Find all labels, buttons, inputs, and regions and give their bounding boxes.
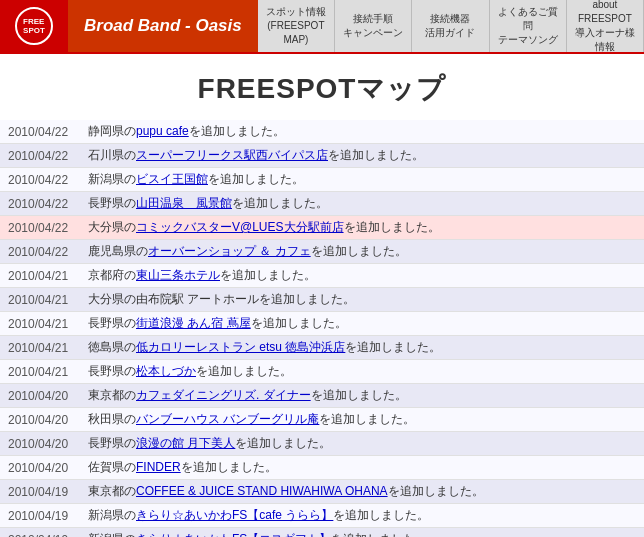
content-cell: 大分県の由布院駅 アートホールを追加しました。 <box>80 288 644 312</box>
table-row: 2010/04/19新潟県のきらり☆あいかわFS【cafe うらら】を追加しまし… <box>0 504 644 528</box>
freespot-logo: FREESPOT <box>15 7 53 45</box>
table-row: 2010/04/21大分県の由布院駅 アートホールを追加しました。 <box>0 288 644 312</box>
content-cell: 長野県の山田温泉 風景館を追加しました。 <box>80 192 644 216</box>
content-cell: 長野県の浪漫の館 月下美人を追加しました。 <box>80 432 644 456</box>
date-cell: 2010/04/20 <box>0 456 80 480</box>
updates-table: 2010/04/22静岡県のpupu cafeを追加しました。2010/04/2… <box>0 120 644 537</box>
date-cell: 2010/04/22 <box>0 120 80 144</box>
date-cell: 2010/04/20 <box>0 384 80 408</box>
nav-item-4[interactable]: about FREESPOT導入オーナ様情報 <box>567 0 644 52</box>
date-cell: 2010/04/22 <box>0 144 80 168</box>
date-cell: 2010/04/19 <box>0 504 80 528</box>
brand-title: Broad Band - Oasis <box>84 16 242 36</box>
date-cell: 2010/04/20 <box>0 408 80 432</box>
table-row: 2010/04/22静岡県のpupu cafeを追加しました。 <box>0 120 644 144</box>
date-cell: 2010/04/22 <box>0 192 80 216</box>
brand-area: Broad Band - Oasis <box>68 0 258 52</box>
spot-link[interactable]: 山田温泉 風景館 <box>136 196 232 210</box>
spot-link[interactable]: COFFEE & JUICE STAND HIWAHIWA OHANA <box>136 484 388 498</box>
table-row: 2010/04/21長野県の街道浪漫 あん宿 蔦屋を追加しました。 <box>0 312 644 336</box>
logo-area: FREESPOT <box>0 0 68 52</box>
content-cell: 鹿児島県のオーバーンショップ ＆ カフェを追加しました。 <box>80 240 644 264</box>
content-cell: 新潟県のきらり☆あいかわFS【コスギフト】を追加しました。 <box>80 528 644 538</box>
spot-link[interactable]: FINDER <box>136 460 181 474</box>
date-cell: 2010/04/20 <box>0 432 80 456</box>
content-cell: 大分県のコミックバスターV@LUES大分駅前店を追加しました。 <box>80 216 644 240</box>
table-row: 2010/04/21長野県の松本しづかを追加しました。 <box>0 360 644 384</box>
spot-link[interactable]: オーバーンショップ ＆ カフェ <box>148 244 311 258</box>
content-cell: 石川県のスーパーフリークス駅西バイパス店を追加しました。 <box>80 144 644 168</box>
date-cell: 2010/04/22 <box>0 240 80 264</box>
page-title: FREESPOTマップ <box>0 54 644 120</box>
content-cell: 長野県の松本しづかを追加しました。 <box>80 360 644 384</box>
date-cell: 2010/04/21 <box>0 312 80 336</box>
table-row: 2010/04/22大分県のコミックバスターV@LUES大分駅前店を追加しました… <box>0 216 644 240</box>
date-cell: 2010/04/21 <box>0 336 80 360</box>
content-cell: 静岡県のpupu cafeを追加しました。 <box>80 120 644 144</box>
date-cell: 2010/04/22 <box>0 216 80 240</box>
nav-area: スポット情報(FREESPOT MAP)接続手順キャンペーン接続機器活用ガイドよ… <box>258 0 644 52</box>
table-row: 2010/04/20秋田県のバンブーハウス バンブーグリル庵を追加しました。 <box>0 408 644 432</box>
date-cell: 2010/04/22 <box>0 168 80 192</box>
spot-link[interactable]: 東山三条ホテル <box>136 268 220 282</box>
table-row: 2010/04/22石川県のスーパーフリークス駅西バイパス店を追加しました。 <box>0 144 644 168</box>
content-cell: 東京都のカフェダイニングリズ. ダイナーを追加しました。 <box>80 384 644 408</box>
table-row: 2010/04/19新潟県のきらり☆あいかわFS【コスギフト】を追加しました。 <box>0 528 644 538</box>
table-row: 2010/04/20長野県の浪漫の館 月下美人を追加しました。 <box>0 432 644 456</box>
spot-link[interactable]: 街道浪漫 あん宿 蔦屋 <box>136 316 251 330</box>
content-cell: 京都府の東山三条ホテルを追加しました。 <box>80 264 644 288</box>
table-row: 2010/04/19東京都のCOFFEE & JUICE STAND HIWAH… <box>0 480 644 504</box>
content-cell: 秋田県のバンブーハウス バンブーグリル庵を追加しました。 <box>80 408 644 432</box>
table-row: 2010/04/20東京都のカフェダイニングリズ. ダイナーを追加しました。 <box>0 384 644 408</box>
spot-link[interactable]: スーパーフリークス駅西バイパス店 <box>136 148 328 162</box>
nav-item-2[interactable]: 接続機器活用ガイド <box>412 0 489 52</box>
table-body: 2010/04/22静岡県のpupu cafeを追加しました。2010/04/2… <box>0 120 644 537</box>
content-cell: 佐賀県のFINDERを追加しました。 <box>80 456 644 480</box>
table-row: 2010/04/21京都府の東山三条ホテルを追加しました。 <box>0 264 644 288</box>
nav-item-1[interactable]: 接続手順キャンペーン <box>335 0 412 52</box>
spot-link[interactable]: ビスイ王国館 <box>136 172 208 186</box>
table-row: 2010/04/22長野県の山田温泉 風景館を追加しました。 <box>0 192 644 216</box>
content-cell: 新潟県のビスイ王国館を追加しました。 <box>80 168 644 192</box>
date-cell: 2010/04/19 <box>0 528 80 538</box>
spot-link[interactable]: コミックバスターV@LUES大分駅前店 <box>136 220 344 234</box>
content-cell: 徳島県の低カロリーレストラン etsu 徳島沖浜店を追加しました。 <box>80 336 644 360</box>
spot-link[interactable]: バンブーハウス バンブーグリル庵 <box>136 412 319 426</box>
table-row: 2010/04/22新潟県のビスイ王国館を追加しました。 <box>0 168 644 192</box>
spot-link[interactable]: きらり☆あいかわFS【コスギフト】 <box>136 532 331 537</box>
content-cell: 東京都のCOFFEE & JUICE STAND HIWAHIWA OHANAを… <box>80 480 644 504</box>
date-cell: 2010/04/21 <box>0 360 80 384</box>
nav-item-0[interactable]: スポット情報(FREESPOT MAP) <box>258 0 335 52</box>
table-row: 2010/04/20佐賀県のFINDERを追加しました。 <box>0 456 644 480</box>
spot-link[interactable]: きらり☆あいかわFS【cafe うらら】 <box>136 508 333 522</box>
spot-link[interactable]: 浪漫の館 月下美人 <box>136 436 235 450</box>
date-cell: 2010/04/19 <box>0 480 80 504</box>
spot-link[interactable]: 低カロリーレストラン etsu 徳島沖浜店 <box>136 340 345 354</box>
nav-row: スポット情報(FREESPOT MAP)接続手順キャンペーン接続機器活用ガイドよ… <box>258 0 644 52</box>
date-cell: 2010/04/21 <box>0 288 80 312</box>
header: FREESPOT Broad Band - Oasis スポット情報(FREES… <box>0 0 644 54</box>
spot-link[interactable]: pupu cafe <box>136 124 189 138</box>
spot-link[interactable]: カフェダイニングリズ. ダイナー <box>136 388 311 402</box>
content-cell: 長野県の街道浪漫 あん宿 蔦屋を追加しました。 <box>80 312 644 336</box>
spot-link[interactable]: 松本しづか <box>136 364 196 378</box>
table-row: 2010/04/21徳島県の低カロリーレストラン etsu 徳島沖浜店を追加しま… <box>0 336 644 360</box>
date-cell: 2010/04/21 <box>0 264 80 288</box>
content-cell: 新潟県のきらり☆あいかわFS【cafe うらら】を追加しました。 <box>80 504 644 528</box>
table-row: 2010/04/22鹿児島県のオーバーンショップ ＆ カフェを追加しました。 <box>0 240 644 264</box>
nav-item-3[interactable]: よくあるご質問テーマソング <box>490 0 567 52</box>
